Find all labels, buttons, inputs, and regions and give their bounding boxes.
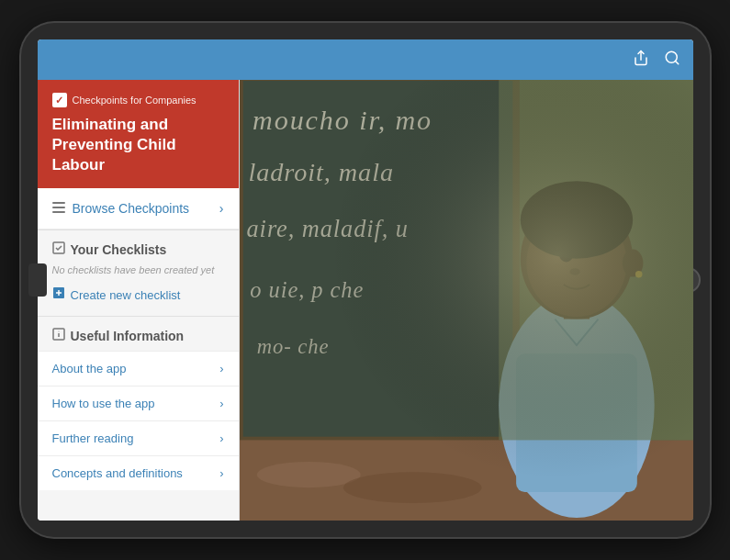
your-checklists-label: Your Checklists	[71, 242, 167, 257]
app-title: Eliminating and Preventing Child Labour	[52, 115, 224, 175]
browse-checkpoints-label: Browse Checkpoints	[73, 201, 219, 216]
svg-point-12	[58, 331, 59, 332]
further-reading-label: Further reading	[52, 431, 220, 445]
about-the-app-item[interactable]: About the app ›	[38, 351, 239, 386]
sidebar: Checkpoints for Companies Eliminating an…	[38, 80, 240, 521]
svg-line-2	[675, 61, 678, 63]
share-icon[interactable]	[633, 50, 649, 71]
about-chevron-icon: ›	[219, 362, 223, 375]
further-reading-chevron-icon: ›	[219, 431, 223, 445]
how-to-use-chevron-icon: ›	[219, 397, 223, 410]
useful-info-header: Useful Information	[38, 317, 239, 351]
svg-rect-5	[52, 211, 65, 213]
svg-rect-38	[240, 80, 693, 521]
svg-rect-4	[52, 207, 65, 208]
brand-header: Checkpoints for Companies	[52, 93, 224, 107]
your-checklists-section: Your Checklists No checklists have been …	[38, 230, 239, 317]
tablet-frame: Checkpoints for Companies Eliminating an…	[21, 23, 710, 537]
browse-checkpoints-item[interactable]: Browse Checkpoints ›	[38, 188, 239, 230]
checklist-icon	[52, 241, 65, 257]
no-checklists-text: No checklists have been created yet	[38, 264, 239, 281]
further-reading-item[interactable]: Further reading ›	[38, 420, 239, 455]
browse-checkpoints-section: Browse Checkpoints ›	[38, 188, 239, 230]
volume-button	[28, 263, 47, 297]
browse-chevron-icon: ›	[219, 201, 224, 216]
sidebar-header: Checkpoints for Companies Eliminating an…	[38, 80, 239, 188]
how-to-use-label: How to use the app	[52, 397, 220, 410]
menu-icon	[52, 202, 65, 216]
content-area: Checkpoints for Companies Eliminating an…	[38, 80, 693, 521]
concepts-definitions-label: Concepts and definitions	[52, 466, 220, 480]
plus-icon	[52, 286, 65, 303]
search-icon[interactable]	[664, 50, 680, 71]
svg-rect-3	[52, 202, 65, 204]
concepts-definitions-item[interactable]: Concepts and definitions ›	[38, 455, 239, 490]
concepts-chevron-icon: ›	[219, 466, 223, 480]
checklists-header: Your Checklists	[38, 230, 239, 264]
tablet-screen: Checkpoints for Companies Eliminating an…	[38, 39, 693, 521]
main-content-image: moucho ir, mo ladroit, mala aire, maladi…	[240, 80, 693, 521]
useful-info-section: Useful Information About the app › How t…	[38, 317, 239, 490]
info-icon	[52, 328, 65, 343]
scene-container: moucho ir, mo ladroit, mala aire, maladi…	[240, 80, 693, 521]
create-checklist-button[interactable]: Create new checklist	[38, 281, 239, 316]
how-to-use-item[interactable]: How to use the app ›	[38, 386, 239, 420]
about-the-app-label: About the app	[52, 362, 220, 375]
brand-checkbox-icon	[52, 93, 67, 107]
useful-info-label: Useful Information	[71, 329, 185, 343]
scene-image: moucho ir, mo ladroit, mala aire, maladi…	[240, 80, 693, 521]
brand-name: Checkpoints for Companies	[73, 95, 197, 106]
create-checklist-label: Create new checklist	[71, 288, 181, 302]
top-bar	[38, 39, 693, 80]
